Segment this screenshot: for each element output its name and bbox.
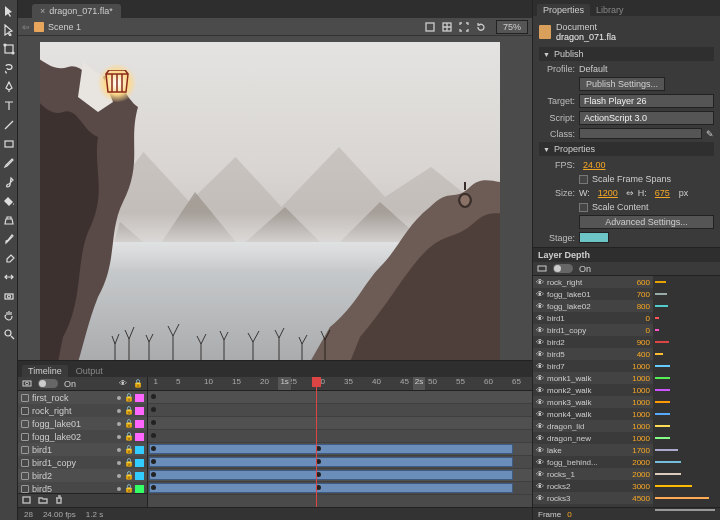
selection-tool-icon[interactable] [2,4,16,18]
layer-depth-row[interactable]: 👁fogg_behind...2000 [533,456,653,468]
layer-depth-row[interactable]: 👁dragon_lid1000 [533,420,653,432]
tab-library[interactable]: Library [590,4,630,16]
layer-depth-row[interactable]: 👁bird5400 [533,348,653,360]
layer-depth-row[interactable]: 👁bird71000 [533,360,653,372]
clip-view-icon[interactable] [441,20,454,33]
tab-output[interactable]: Output [70,365,109,377]
stage [40,42,500,360]
layer-depth-row[interactable]: 👁monk3_walk1000 [533,396,653,408]
layer-depth-row[interactable]: 👁rocks_12000 [533,468,653,480]
status-frame: 28 [24,510,33,519]
publish-settings-button[interactable]: Publish Settings... [579,77,665,91]
layer-depth-row[interactable]: 👁monk4_walk1000 [533,408,653,420]
status-time: 1.2 s [86,510,103,519]
pencil-tool-icon[interactable] [2,156,16,170]
publish-section-header[interactable]: ▼Publish [539,47,714,61]
tool-palette [0,0,18,520]
layer-depth-row[interactable]: 👁fogg_lake02800 [533,300,653,312]
layer-row[interactable]: fogg_lake02🔒 [18,430,147,443]
layer-row[interactable]: bird5🔒 [18,482,147,493]
pen-tool-icon[interactable] [2,80,16,94]
scene-icon [34,22,44,32]
eye-column-icon[interactable]: 👁 [119,379,127,388]
back-icon[interactable]: ⇦ [22,22,30,32]
zoom-dropdown[interactable]: 75% [496,20,528,34]
layer-row[interactable]: bird2🔒 [18,469,147,482]
layer-depth-row[interactable]: 👁lake1700 [533,444,653,456]
class-input[interactable] [579,128,702,139]
tab-properties[interactable]: Properties [537,4,590,16]
eraser-tool-icon[interactable] [2,251,16,265]
layer-row[interactable]: rock_right🔒 [18,404,147,417]
svg-rect-3 [5,141,13,147]
foreground-twigs [110,314,370,360]
width-value[interactable]: 1200 [594,187,622,199]
ld-camera-icon[interactable] [537,263,547,275]
layer-row[interactable]: first_rock🔒 [18,391,147,404]
ld-frame-value[interactable]: 0 [567,510,571,519]
svg-rect-11 [23,497,30,503]
layer-depth-row[interactable]: 👁fogg_lake01700 [533,288,653,300]
doc-type-label: Document [556,22,616,32]
layer-depth-row[interactable]: 👁monk2_walk1000 [533,384,653,396]
props-section-header[interactable]: ▼Properties [539,142,714,156]
hand-tool-icon[interactable] [2,308,16,322]
layer-depth-row[interactable]: 👁bird2900 [533,336,653,348]
brush-tool-icon[interactable] [2,175,16,189]
lasso-tool-icon[interactable] [2,61,16,75]
layer-row[interactable]: bird1_copy🔒 [18,456,147,469]
layer-depth-row[interactable]: 👁rocks23000 [533,480,653,492]
lock-column-icon[interactable]: 🔒 [133,379,143,388]
edit-bar: ⇦ Scene 1 75% [18,18,532,36]
scale-content-checkbox[interactable] [579,203,588,212]
scene-label: Scene 1 [48,22,81,32]
paint-bucket-icon[interactable] [2,194,16,208]
subselect-tool-icon[interactable] [2,23,16,37]
line-tool-icon[interactable] [2,118,16,132]
layer-depth-row[interactable]: 👁rocks34500 [533,492,653,504]
height-value[interactable]: 675 [651,187,675,199]
svg-point-6 [5,330,11,336]
eyedropper-icon[interactable] [2,232,16,246]
layer-depth-row[interactable]: 👁rock_right600 [533,276,653,288]
layer-row[interactable]: bird1🔒 [18,443,147,456]
camera-tool-icon[interactable] [2,289,16,303]
text-tool-icon[interactable] [2,99,16,113]
ink-bottle-icon[interactable] [2,213,16,227]
delete-layer-icon[interactable] [54,495,64,507]
ld-toggle[interactable] [553,264,573,273]
new-layer-icon[interactable] [22,495,32,507]
rotate-view-icon[interactable] [475,20,488,33]
stage-color-swatch[interactable] [579,232,609,243]
document-tab[interactable]: × dragon_071.fla* [32,4,121,18]
layer-depth-header[interactable]: Layer Depth [533,247,720,262]
fit-icon[interactable] [458,20,471,33]
link-wh-icon[interactable]: ⇔ [626,188,634,198]
document-icon [539,25,551,39]
stage-canvas[interactable] [18,36,532,360]
zoom-tool-icon[interactable] [2,327,16,341]
svg-point-1 [4,44,6,46]
layer-row[interactable]: fogg_lake01🔒 [18,417,147,430]
advanced-settings-button[interactable]: Advanced Settings... [579,215,714,229]
close-icon[interactable]: × [40,6,45,16]
tab-timeline[interactable]: Timeline [22,365,68,377]
stage-view-icon[interactable] [424,20,437,33]
layer-depth-row[interactable]: 👁monk1_walk1000 [533,372,653,384]
layer-on-label: On [64,379,76,389]
free-transform-icon[interactable] [2,42,16,56]
width-tool-icon[interactable] [2,270,16,284]
layer-depth-row[interactable]: 👁bird1_copy0 [533,324,653,336]
document-tab-bar: × dragon_071.fla* [18,0,532,18]
layer-depth-row[interactable]: 👁dragon_new1000 [533,432,653,444]
script-dropdown[interactable]: ActionScript 3.0 [579,111,714,125]
camera-layer-icon[interactable] [22,378,32,390]
layer-toggle[interactable] [38,379,58,388]
edit-class-icon[interactable]: ✎ [706,129,714,139]
rect-tool-icon[interactable] [2,137,16,151]
fps-value[interactable]: 24.00 [579,159,714,171]
layer-depth-row[interactable]: 👁bird10 [533,312,653,324]
scale-spans-checkbox[interactable] [579,175,588,184]
target-dropdown[interactable]: Flash Player 26 [579,94,714,108]
new-folder-icon[interactable] [38,495,48,507]
